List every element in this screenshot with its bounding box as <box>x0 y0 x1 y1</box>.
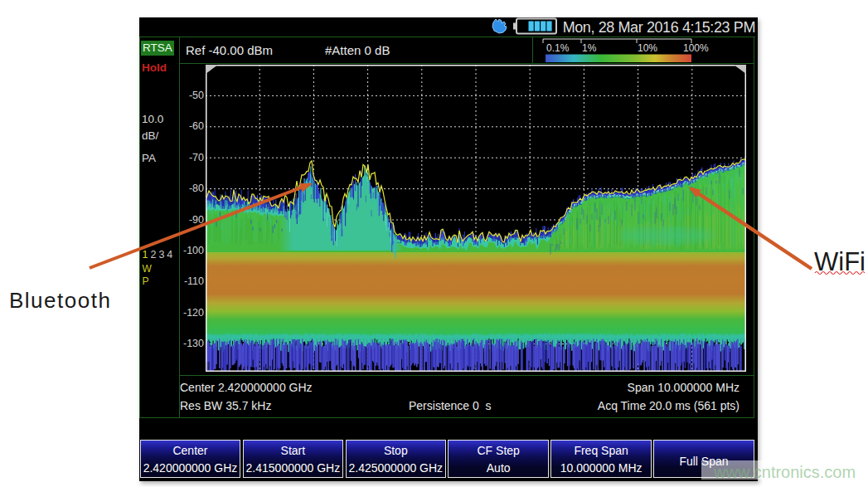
svg-text:1%: 1% <box>582 42 597 54</box>
svg-text:100%: 100% <box>683 42 709 54</box>
svg-text:0.1%: 0.1% <box>546 42 570 54</box>
svg-text:10%: 10% <box>638 42 657 54</box>
